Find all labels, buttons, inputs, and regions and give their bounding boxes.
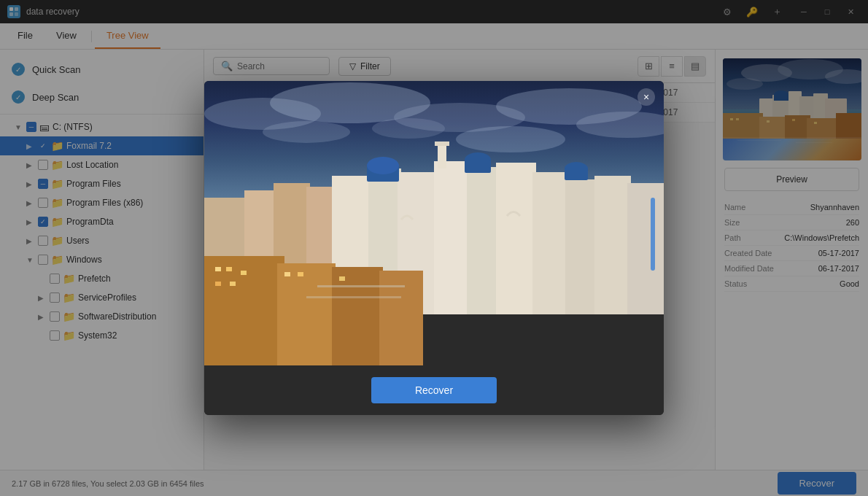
svg-rect-81 [339,276,345,281]
svg-rect-75 [226,267,232,271]
svg-rect-74 [215,267,221,271]
modal-close-button[interactable]: × [638,88,655,106]
svg-rect-83 [306,296,401,298]
svg-rect-59 [594,176,631,314]
svg-rect-60 [627,183,664,314]
svg-rect-82 [317,285,405,287]
svg-rect-79 [284,272,290,276]
svg-rect-73 [379,271,423,365]
svg-rect-84 [651,198,655,271]
svg-rect-76 [241,271,247,275]
svg-rect-77 [215,282,221,286]
svg-rect-67 [565,168,588,180]
modal-image [204,81,664,365]
recover-modal-button[interactable]: Recover [371,377,497,403]
svg-rect-58 [565,179,598,314]
modal-overlay[interactable]: × [0,0,868,496]
svg-rect-68 [438,143,446,168]
modal-dialog: × [204,81,664,415]
svg-rect-56 [496,163,536,314]
svg-point-63 [367,157,399,174]
svg-rect-69 [435,142,449,146]
svg-rect-57 [532,172,569,314]
svg-point-39 [372,118,445,139]
svg-point-38 [456,126,565,152]
svg-rect-55 [467,167,500,314]
svg-rect-72 [332,267,383,365]
svg-rect-71 [277,263,336,365]
svg-rect-78 [230,282,236,286]
modal-footer: Recover [204,365,664,415]
svg-rect-65 [465,160,491,173]
svg-rect-80 [298,272,303,276]
svg-rect-54 [434,161,470,314]
svg-point-37 [263,121,350,143]
